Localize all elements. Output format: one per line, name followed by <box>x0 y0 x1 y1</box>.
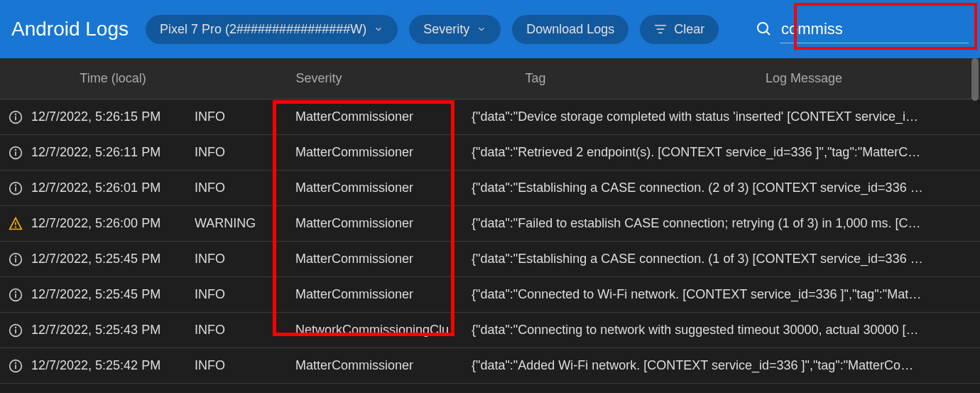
info-icon <box>0 359 31 373</box>
table-row[interactable]: 12/7/2022, 5:25:42 PMINFOMatterCommissio… <box>0 348 980 384</box>
cell-message: {"data":"Connecting to network with sugg… <box>472 323 980 338</box>
cell-time: 12/7/2022, 5:26:00 PM <box>31 216 195 231</box>
cell-tag: MatterCommissioner <box>287 145 472 160</box>
table-row[interactable]: 12/7/2022, 5:26:00 PMWARNINGMatterCommis… <box>0 206 980 242</box>
svg-point-24 <box>16 327 16 328</box>
search-input[interactable] <box>780 16 969 43</box>
download-label: Download Logs <box>526 22 614 37</box>
cell-message: {"data":"Connected to Wi-Fi network. [CO… <box>472 287 980 302</box>
cell-message: {"data":"Retrieved 2 endpoint(s). [CONTE… <box>472 145 980 160</box>
cell-time: 12/7/2022, 5:25:42 PM <box>31 358 195 373</box>
scrollbar[interactable] <box>971 58 979 101</box>
search-icon <box>756 21 773 38</box>
cell-severity: INFO <box>195 145 287 160</box>
svg-point-15 <box>16 227 16 227</box>
cell-message: {"data":"Device storage completed with s… <box>472 109 980 124</box>
col-header-severity: Severity <box>195 71 443 86</box>
table-row[interactable]: 12/7/2022, 5:26:11 PMINFOMatterCommissio… <box>0 135 980 171</box>
table-row[interactable]: 12/7/2022, 5:26:01 PMINFOMatterCommissio… <box>0 171 980 206</box>
svg-point-27 <box>16 362 16 363</box>
info-icon <box>0 252 31 267</box>
search-wrap <box>756 16 969 43</box>
cell-tag: NetworkCommissioningClu <box>287 323 472 338</box>
svg-point-7 <box>16 114 16 114</box>
severity-label: Severity <box>423 22 469 37</box>
cell-time: 12/7/2022, 5:25:43 PM <box>31 323 195 338</box>
cell-tag: MatterCommissioner <box>287 181 472 195</box>
clear-label: Clear <box>674 22 704 37</box>
col-header-message: Log Message <box>628 71 980 86</box>
svg-point-18 <box>16 256 16 257</box>
warning-icon <box>0 217 31 231</box>
col-header-time: Time (local) <box>31 71 195 86</box>
table-row[interactable]: 12/7/2022, 5:25:45 PMINFOMatterCommissio… <box>0 242 980 277</box>
severity-filter[interactable]: Severity <box>409 15 501 44</box>
cell-tag: MatterCommissioner <box>287 216 472 231</box>
cell-message: {"data":"Establishing a CASE connection.… <box>472 181 980 195</box>
device-selector[interactable]: Pixel 7 Pro (2################W) <box>146 15 398 44</box>
cell-severity: INFO <box>195 109 287 124</box>
svg-point-10 <box>16 149 16 150</box>
cell-tag: MatterCommissioner <box>287 252 472 267</box>
info-icon <box>0 110 31 124</box>
info-icon <box>0 323 31 338</box>
cell-severity: INFO <box>195 358 287 373</box>
download-logs-button[interactable]: Download Logs <box>512 15 628 44</box>
cell-severity: INFO <box>195 252 287 267</box>
table-row[interactable]: 12/7/2022, 5:25:43 PMINFONetworkCommissi… <box>0 313 980 348</box>
cell-severity: INFO <box>195 287 287 302</box>
cell-time: 12/7/2022, 5:26:15 PM <box>31 109 195 124</box>
cell-severity: WARNING <box>195 216 287 231</box>
info-icon <box>0 288 31 302</box>
cell-tag: MatterCommissioner <box>287 358 472 373</box>
table-row[interactable]: 12/7/2022, 5:26:15 PMINFOMatterCommissio… <box>0 99 980 135</box>
cell-time: 12/7/2022, 5:25:45 PM <box>31 287 195 302</box>
cell-severity: INFO <box>195 181 287 195</box>
filter-icon <box>654 24 667 34</box>
col-header-tag: Tag <box>443 71 628 86</box>
chevron-down-icon <box>477 24 486 34</box>
cell-time: 12/7/2022, 5:26:01 PM <box>31 181 195 195</box>
svg-line-4 <box>766 31 770 35</box>
svg-point-13 <box>16 185 16 185</box>
page-title: Android Logs <box>11 18 129 41</box>
cell-message: {"data":"Establishing a CASE connection.… <box>472 252 980 267</box>
info-icon <box>0 146 31 160</box>
cell-time: 12/7/2022, 5:26:11 PM <box>31 145 195 160</box>
cell-message: {"data":"Failed to establish CASE connec… <box>472 216 980 231</box>
cell-message: {"data":"Added Wi-Fi network. [CONTEXT s… <box>472 358 980 373</box>
cell-time: 12/7/2022, 5:25:45 PM <box>31 252 195 267</box>
device-label: Pixel 7 Pro (2################W) <box>160 22 366 37</box>
clear-button[interactable]: Clear <box>640 15 719 44</box>
header-bar: Android Logs Pixel 7 Pro (2#############… <box>0 0 980 58</box>
svg-point-3 <box>758 23 768 33</box>
cell-tag: MatterCommissioner <box>287 109 472 124</box>
table-header: Time (local) Severity Tag Log Message <box>0 58 980 99</box>
table-row[interactable]: 12/7/2022, 5:25:45 PMINFOMatterCommissio… <box>0 277 980 313</box>
log-rows: 12/7/2022, 5:26:15 PMINFOMatterCommissio… <box>0 99 980 384</box>
chevron-down-icon <box>374 24 383 34</box>
cell-tag: MatterCommissioner <box>287 287 472 302</box>
cell-severity: INFO <box>195 323 287 338</box>
info-icon <box>0 181 31 195</box>
svg-point-21 <box>16 291 16 292</box>
